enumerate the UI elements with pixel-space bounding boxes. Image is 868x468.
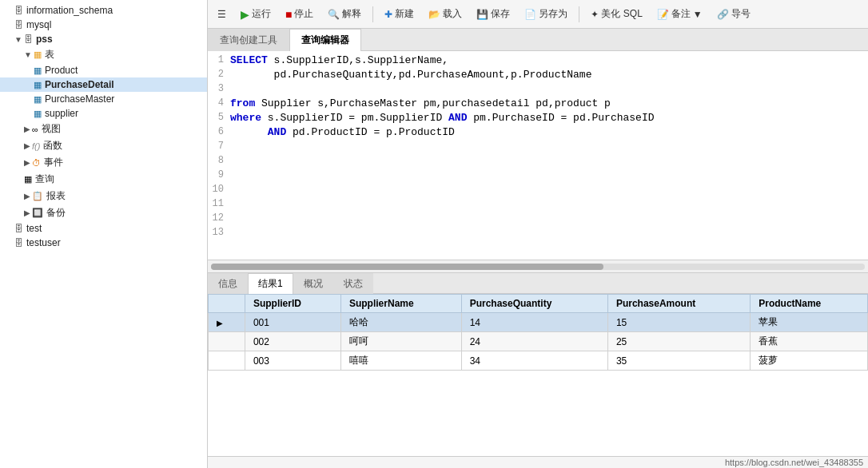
beautify-icon: ✦ [591, 9, 599, 20]
export-icon: 🔗 [717, 9, 729, 20]
tab-result1-label: 结果1 [258, 278, 283, 289]
col-header-productName[interactable]: ProductName [751, 295, 868, 313]
results-table-container: SupplierID SupplierName PurchaseQuantity… [208, 294, 868, 456]
line-number: 7 [208, 141, 230, 152]
table-row[interactable]: 003 嘻嘻 34 35 菠萝 [209, 351, 868, 371]
table-icon: ▦ [34, 94, 42, 105]
horizontal-scrollbar[interactable] [208, 260, 868, 272]
reports-icon: 📋 [32, 191, 43, 201]
table-icon: ▦ [34, 109, 42, 119]
line-content[interactable]: where s.SupplierID = pm.SupplierID AND p… [230, 112, 868, 124]
status-url: https://blog.csdn.net/wei_43488355 [725, 458, 863, 467]
tab-info[interactable]: 信息 [208, 273, 248, 294]
save-icon: 💾 [476, 9, 488, 20]
sidebar-item-testuser[interactable]: 🗄 testuser [0, 236, 207, 250]
line-content[interactable]: AND pd.ProductID = p.ProductID [230, 126, 868, 138]
table-row[interactable]: 002 呵呵 24 25 香蕉 [209, 332, 868, 351]
line-content[interactable]: from Supplier s,PurchaseMaster pm,purcha… [230, 97, 868, 109]
sidebar-item-label: 事件 [44, 156, 63, 169]
sidebar-item-purchasemaster[interactable]: ▦ PurchaseMaster [0, 92, 207, 106]
sidebar-item-purchasedetail[interactable]: ▦ PurchaseDetail [0, 77, 207, 92]
save-button[interactable]: 💾 保存 [472, 6, 515, 22]
cell-supplierID: 002 [245, 332, 340, 351]
load-icon: 📂 [428, 9, 440, 20]
table-row[interactable]: ▶ 001 哈哈 14 15 苹果 [209, 313, 868, 332]
col-header-purchaseQty[interactable]: PurchaseQuantity [461, 295, 607, 313]
explain-button[interactable]: 🔍 解释 [323, 6, 366, 22]
tree-arrow-icon: ▶ [24, 125, 30, 133]
tab-query-editor[interactable]: 查询编辑器 [289, 29, 361, 51]
line-number: 6 [208, 126, 230, 137]
note-icon: 📝 [657, 9, 669, 20]
sidebar-item-supplier[interactable]: ▦ supplier [0, 106, 207, 121]
sql-editor[interactable]: 1SELECT s.SupplierID,s.SupplierName,2 pd… [208, 51, 868, 260]
tree-arrow-icon: ▼ [24, 50, 32, 59]
code-line: 13 [208, 227, 868, 241]
load-label: 载入 [443, 7, 462, 21]
explain-label: 解释 [342, 7, 361, 21]
code-line: 5where s.SupplierID = pm.SupplierID AND … [208, 112, 868, 126]
sidebar-item-views[interactable]: ▶ ∞ 视图 [0, 121, 207, 137]
row-arrow [209, 351, 245, 371]
cell-supplierName: 哈哈 [340, 313, 461, 332]
run-icon: ▶ [241, 8, 249, 21]
sidebar-item-reports[interactable]: ▶ 📋 报表 [0, 188, 207, 204]
sidebar-item-queries[interactable]: ▦ 查询 [0, 171, 207, 188]
tab-query-create[interactable]: 查询创建工具 [208, 29, 289, 51]
save-as-button[interactable]: 📄 另存为 [520, 6, 572, 22]
table-icon: ▦ [34, 80, 42, 90]
tab-info-label: 信息 [218, 278, 237, 289]
tab-overview[interactable]: 概况 [293, 273, 333, 294]
tab-query-editor-label: 查询编辑器 [301, 34, 349, 46]
sidebar-item-pss[interactable]: ▼ 🗄 pss [0, 32, 207, 46]
sidebar-item-functions[interactable]: ▶ f() 函数 [0, 137, 207, 154]
stop-button[interactable]: ■ 停止 [281, 6, 318, 22]
line-content[interactable]: pd.PurchaseQuantity,pd.PurchaseAmount,p.… [230, 69, 868, 81]
beautify-button[interactable]: ✦ 美化 SQL [586, 6, 647, 22]
sidebar-item-label: mysql [26, 19, 51, 30]
save-as-label: 另存为 [539, 7, 567, 21]
sidebar-item-backup[interactable]: ▶ 🔲 备份 [0, 204, 207, 221]
cell-supplierID: 003 [245, 351, 340, 371]
folder-icon: ▦ [34, 50, 42, 60]
cell-productName: 菠萝 [751, 351, 868, 371]
line-number: 10 [208, 184, 230, 195]
code-line: 4from Supplier s,PurchaseMaster pm,purch… [208, 97, 868, 112]
sidebar-item-mysql[interactable]: 🗄 mysql [0, 18, 207, 32]
line-number: 13 [208, 227, 230, 238]
separator [372, 6, 373, 22]
sidebar-item-information-schema[interactable]: 🗄 information_schema [0, 3, 207, 18]
tree-arrow-icon: ▶ [24, 158, 30, 167]
sidebar-item-label: PurchaseDetail [45, 79, 114, 90]
new-button[interactable]: ✚ 新建 [380, 6, 419, 22]
db-icon: 🗄 [14, 6, 23, 15]
sidebar-item-label: pss [36, 34, 53, 45]
note-button[interactable]: 📝 备注 ▼ [652, 6, 707, 22]
tab-status[interactable]: 状态 [333, 273, 373, 294]
sidebar-item-product[interactable]: ▦ Product [0, 63, 207, 77]
line-number: 4 [208, 97, 230, 109]
cell-productName: 苹果 [751, 313, 868, 332]
tree-arrow-icon: ▼ [14, 35, 22, 44]
sidebar-item-label: test [26, 223, 42, 234]
sidebar-item-events[interactable]: ▶ ⏱ 事件 [0, 154, 207, 171]
stop-label: 停止 [294, 7, 313, 21]
col-header-supplierName[interactable]: SupplierName [340, 295, 461, 313]
sidebar-item-test[interactable]: 🗄 test [0, 221, 207, 236]
table-icon: ▦ [34, 65, 42, 76]
query-tab-bar: 查询创建工具 查询编辑器 [208, 29, 868, 51]
col-header-purchaseAmt[interactable]: PurchaseAmount [607, 295, 750, 313]
load-button[interactable]: 📂 载入 [424, 6, 467, 22]
tab-result1[interactable]: 结果1 [248, 273, 293, 294]
run-button[interactable]: ▶ 运行 [236, 6, 276, 22]
content-panel: ☰ ▶ 运行 ■ 停止 🔍 解释 ✚ 新建 📂 载入 [208, 0, 868, 468]
col-header-supplierID[interactable]: SupplierID [245, 295, 340, 313]
menu-button[interactable]: ☰ [213, 7, 231, 22]
line-content[interactable]: SELECT s.SupplierID,s.SupplierName, [230, 54, 868, 66]
code-line: 2 pd.PurchaseQuantity,pd.PurchaseAmount,… [208, 69, 868, 83]
line-number: 11 [208, 198, 230, 209]
sidebar-item-tables-folder[interactable]: ▼ ▦ 表 [0, 46, 207, 63]
sidebar: 🗄 information_schema 🗄 mysql ▼ 🗄 pss ▼ ▦… [0, 0, 208, 468]
export-button[interactable]: 🔗 导号 [712, 6, 755, 22]
code-line: 9 [208, 169, 868, 184]
